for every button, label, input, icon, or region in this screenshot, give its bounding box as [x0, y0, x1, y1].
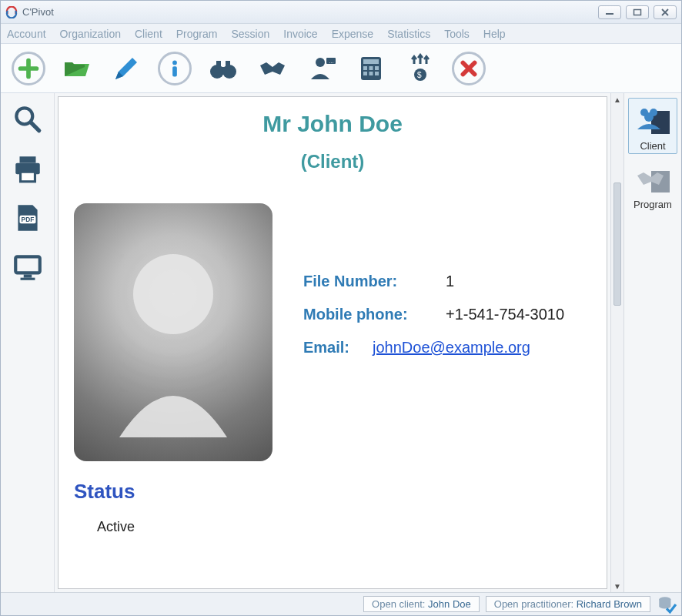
- search-button[interactable]: [9, 101, 46, 138]
- menu-statistics[interactable]: Statistics: [387, 28, 430, 40]
- open-practitioner-status[interactable]: Open practitioner: Richard Brown: [486, 596, 650, 612]
- window-minimize-button[interactable]: [598, 5, 621, 19]
- pdf-button[interactable]: PDF: [9, 199, 46, 236]
- binoculars-button[interactable]: [206, 51, 241, 86]
- statusbar: Open client: John Doe Open practitioner:…: [1, 592, 681, 615]
- app-logo-icon: [5, 6, 18, 18]
- menu-help[interactable]: Help: [483, 28, 506, 40]
- calculator-button[interactable]: [353, 51, 389, 86]
- svg-rect-25: [20, 172, 35, 182]
- print-button[interactable]: [9, 150, 46, 187]
- menu-invoice[interactable]: Invoice: [283, 28, 317, 40]
- svg-text:PDF: PDF: [21, 216, 34, 223]
- window-maximize-button[interactable]: [626, 5, 649, 19]
- mobile-phone-value: +1-541-754-3010: [446, 306, 564, 323]
- tab-client[interactable]: Client: [628, 98, 677, 154]
- client-name: Mr John Doe: [74, 111, 591, 137]
- delete-button[interactable]: [452, 52, 486, 85]
- svg-rect-18: [369, 72, 373, 75]
- monitor-button[interactable]: [9, 249, 46, 286]
- info-button[interactable]: [158, 52, 192, 85]
- file-number-label: File Number:: [303, 273, 438, 290]
- window-title: C'Pivot: [22, 6, 54, 18]
- email-label: Email:: [303, 339, 373, 357]
- client-detail-panel: Mr John Doe (Client) File Number: 1 Mobi…: [58, 96, 607, 589]
- email-link[interactable]: johnDoe@example.org: [373, 339, 530, 357]
- menu-account[interactable]: Account: [7, 28, 46, 40]
- edit-button[interactable]: [109, 51, 144, 86]
- menu-program[interactable]: Program: [176, 28, 218, 40]
- client-info: File Number: 1 Mobile phone: +1-541-754-…: [303, 203, 591, 461]
- people-icon: [634, 102, 671, 139]
- status-value: Active: [97, 519, 591, 535]
- db-check-icon[interactable]: [657, 594, 677, 614]
- svg-point-2: [172, 60, 177, 65]
- left-toolstrip: PDF: [1, 93, 55, 592]
- status-header: Status: [74, 480, 591, 504]
- svg-point-31: [133, 254, 213, 334]
- expense-button[interactable]: $: [403, 51, 438, 86]
- svg-text:$: $: [417, 71, 422, 79]
- right-tabstrip: Client Program: [624, 93, 681, 592]
- svg-rect-19: [375, 72, 379, 75]
- toolbar: … $: [1, 44, 681, 93]
- svg-rect-30: [20, 278, 35, 280]
- consultant-button[interactable]: …: [304, 51, 339, 86]
- open-practitioner-label: Open practitioner:: [494, 598, 573, 610]
- menubar: Account Organization Client Program Sess…: [1, 24, 681, 44]
- titlebar: C'Pivot: [1, 1, 681, 24]
- svg-rect-15: [369, 66, 373, 70]
- svg-text:…: …: [329, 59, 334, 64]
- mobile-phone-label: Mobile phone:: [303, 306, 438, 323]
- svg-rect-3: [172, 66, 177, 76]
- add-button[interactable]: [12, 52, 45, 85]
- svg-rect-28: [15, 256, 40, 273]
- open-folder-button[interactable]: [59, 51, 95, 86]
- vertical-scrollbar[interactable]: ▲ ▼: [610, 93, 624, 592]
- svg-rect-29: [23, 274, 32, 277]
- svg-rect-14: [363, 66, 367, 70]
- scroll-thumb[interactable]: [613, 182, 621, 306]
- svg-point-9: [316, 58, 325, 67]
- handshake-button[interactable]: [255, 51, 290, 86]
- svg-point-35: [644, 112, 654, 122]
- handshake-icon: [634, 160, 671, 197]
- scroll-up-icon[interactable]: ▲: [611, 93, 623, 105]
- client-role: (Client): [74, 151, 591, 172]
- window-close-button[interactable]: [654, 5, 677, 19]
- menu-session[interactable]: Session: [231, 28, 269, 40]
- open-client-value: John Doe: [428, 598, 471, 610]
- tab-client-label: Client: [640, 140, 665, 152]
- menu-organization[interactable]: Organization: [60, 28, 121, 40]
- svg-rect-13: [363, 59, 379, 64]
- client-avatar: [74, 203, 272, 461]
- scroll-down-icon[interactable]: ▼: [611, 580, 623, 592]
- menu-tools[interactable]: Tools: [444, 28, 470, 40]
- svg-rect-16: [375, 66, 379, 70]
- open-client-status[interactable]: Open client: John Doe: [363, 596, 480, 612]
- tab-program[interactable]: Program: [628, 157, 677, 212]
- menu-client[interactable]: Client: [135, 28, 162, 40]
- open-client-label: Open client:: [372, 598, 425, 610]
- menu-expense[interactable]: Expense: [332, 28, 373, 40]
- svg-rect-17: [363, 72, 367, 75]
- svg-rect-8: [220, 67, 226, 70]
- tab-program-label: Program: [634, 199, 672, 210]
- svg-rect-23: [19, 156, 35, 162]
- open-practitioner-value: Richard Brown: [577, 598, 642, 610]
- svg-rect-0: [606, 13, 613, 15]
- file-number-value: 1: [446, 273, 454, 290]
- svg-rect-1: [634, 9, 641, 15]
